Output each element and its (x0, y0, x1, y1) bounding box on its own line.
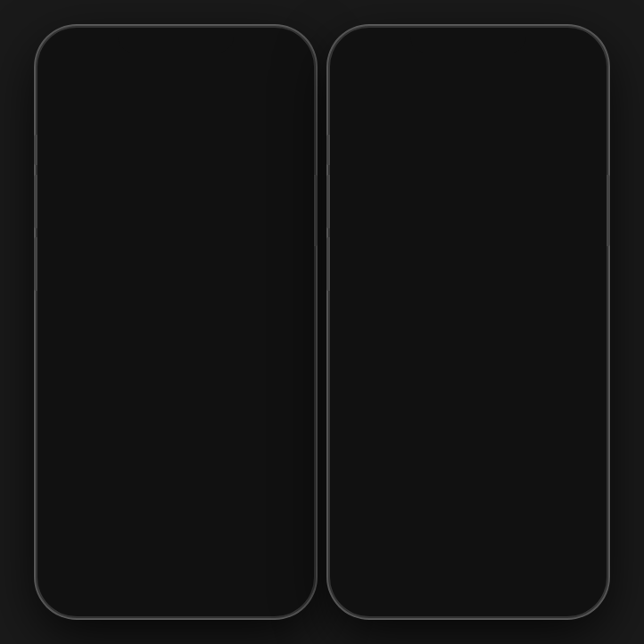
right-bottom-icons: 🔭 💧 🎯 (180, 551, 291, 583)
menu-scrollbar-2 (593, 69, 596, 247)
volume-silent-btn (34, 135, 37, 165)
level-badge-1: 3 (61, 516, 66, 527)
location-icon-2: 📍 (348, 81, 376, 110)
hamburger-line-6 (569, 85, 585, 87)
menu-item-settings-2[interactable]: ⚙️ Settings (339, 424, 504, 463)
menu-item-location-2[interactable]: 📍 (339, 76, 504, 115)
map-label-2: Map (384, 241, 406, 254)
speed-icon-1: ⚡ (55, 351, 84, 379)
menu-item-map-2[interactable]: 🗺️ Map (339, 227, 504, 267)
binoculars-btn[interactable]: 🔭 (180, 551, 212, 583)
trash-icon-1: 🗑️ (55, 194, 84, 222)
status-right-1: ▲▲ ··· (264, 52, 293, 62)
snipe-icon-2: 🎯 (348, 311, 376, 340)
volume-up-btn-2 (326, 175, 330, 228)
menu-item-location[interactable]: 📍 (46, 76, 211, 115)
menu-item-speed-2[interactable]: ⚡ Speed (339, 345, 504, 384)
snipe-label-2: Snipe (384, 319, 413, 333)
menu-item-coords[interactable]: 📋 52.32516, 21.04841 (46, 115, 211, 149)
random-route-icon-1: 🔄 (55, 390, 84, 418)
menu-item-coords-2[interactable]: 📋 52.32498, 21.04924 (339, 115, 504, 149)
menu-scrollbar-thumb-2 (593, 69, 596, 122)
menu-item-favorite-1[interactable]: ❤️ Favorite (46, 149, 211, 188)
location-icon: 📍 (55, 81, 84, 110)
battery-icon-2: ··· (577, 51, 585, 62)
menu-item-random-route-1[interactable]: 🔄 Random Route (46, 384, 211, 424)
heart-icon-2: ❤️ (348, 154, 376, 183)
snipe-label-1: Snipe (91, 319, 120, 333)
hamburger-btn-2[interactable] (569, 76, 585, 87)
map-icon-1: 🗺️ (55, 233, 84, 261)
snipe-icon-1: 🎯 (55, 311, 84, 340)
app-label-2: ONEJailbreak (351, 51, 416, 62)
mid-pokemon: 🎭 (513, 328, 544, 358)
avatar-figure-1 (68, 555, 96, 587)
menu-sidebar-2: 📍 📋 52.32498, 21.04924 ❤️ Favorite 🗑️ Cl… (339, 69, 504, 607)
feeds-icon-2: 📡 (348, 272, 376, 301)
sliders-btn-2[interactable]: ⚡ (566, 304, 590, 329)
coords-field-2[interactable]: 52.32498, 21.04924 (378, 122, 494, 142)
trash-icon-2: 🗑️ (348, 194, 376, 222)
avatar-1 (61, 546, 103, 589)
menu-item-clear-1[interactable]: 🗑️ Clear Items (46, 188, 211, 227)
volume-down-btn-2 (326, 237, 330, 291)
speed-label-2: Speed (384, 359, 417, 372)
menu-item-map-1[interactable]: 🗺️ Map (46, 227, 211, 267)
settings-label-1: Settings (91, 437, 133, 450)
items-btn[interactable]: 💧 (219, 551, 252, 583)
random-route-icon-2: 🔄 (348, 390, 376, 418)
feeds-icon-1: 📡 (55, 272, 84, 301)
bottom-hint-text: A Curveball Throw will increase your cha… (394, 533, 543, 580)
menu-item-random-route-2[interactable]: 🔄 Random Route (339, 384, 504, 424)
settings-icon-1: ⚙️ (55, 429, 84, 458)
menu-item-snipe-2[interactable]: 🎯 Snipe (339, 306, 504, 345)
menu-item-speed-1[interactable]: ⚡ Speed (46, 345, 211, 384)
bottom-text-container-2: A Curveball Throw will increase your cha… (339, 531, 598, 581)
map-icon-2: 🗺️ (348, 233, 376, 261)
feeds-label-2: Feeds (384, 280, 416, 293)
app-name-1: ONEJailbreak (59, 51, 123, 62)
app-name-2: ONEJailbreak ➤ (351, 51, 425, 62)
map-label-1: Map (91, 241, 113, 254)
wifi-icon-2: ▲▲ (554, 51, 574, 62)
berry-btn[interactable]: 🎯 (259, 551, 291, 583)
username-badge-1: qbap278712 (55, 534, 107, 545)
menu-item-settings-1[interactable]: ⚙️ Settings (46, 424, 211, 463)
hamburger-btn-1[interactable] (277, 76, 293, 87)
hamburger-line-3 (277, 85, 293, 87)
coords-field-1[interactable]: 52.32516, 21.04841 (86, 122, 202, 142)
orange-pokemon: 🔴 (526, 466, 562, 500)
status-bar-1: ONEJailbreak ▲▲ ··· (46, 37, 305, 69)
feeds-label-1: Feeds (91, 280, 123, 293)
battery-icon-1: ··· (285, 52, 293, 62)
sliders-group (273, 131, 298, 149)
clear-label-1: Clear Items (91, 202, 150, 215)
filter-btn-1[interactable]: ≡ (269, 90, 301, 122)
right-controls-1: ≡ (269, 90, 301, 149)
menu-item-favorite-2[interactable]: ❤️ Favorite (339, 149, 504, 188)
speed-icon-2: ⚡ (348, 351, 376, 379)
power-btn (314, 175, 318, 246)
random-route-label-1: Random Route (91, 398, 169, 411)
menu-item-snipe-1[interactable]: 🎯 Snipe (46, 306, 211, 345)
menu-item-clear-2[interactable]: 🗑️ Clear Items (339, 188, 504, 227)
menu-item-feeds-2[interactable]: 📡 Feeds (339, 267, 504, 306)
power-btn-2 (607, 175, 610, 246)
pokestop-disc (220, 197, 256, 233)
wifi-icon-1: ▲▲ (264, 52, 282, 62)
menu-item-feeds-1[interactable]: 📡 Feeds (46, 267, 211, 306)
pokeball-btn-1[interactable] (119, 544, 165, 590)
speed-label-1: Speed (91, 359, 125, 372)
home-indicator-1 (149, 601, 202, 604)
phone-1-screen: 🐢 🦎 🐉 🧑 🐟 🐛 ☂ 📡 (46, 37, 305, 607)
volume-silent-btn-2 (326, 135, 330, 165)
phone-2: 🐘 🦕 🔴 🧑 🦋 🎭 🟤 🔵 ONEJailbreak ➤ ▲▲ ··· (330, 28, 607, 616)
hamburger-line-1 (277, 76, 293, 78)
status-bar-2: ONEJailbreak ➤ ▲▲ ··· (339, 37, 598, 69)
flying-pokemon: 🦋 (531, 99, 571, 136)
settings-icon-2: ⚙️ (348, 429, 376, 458)
volume-down-btn (34, 237, 37, 291)
hamburger-line-5 (569, 80, 585, 82)
clipboard-icon: 📋 (55, 120, 80, 144)
pink-accent-line (424, 584, 513, 586)
